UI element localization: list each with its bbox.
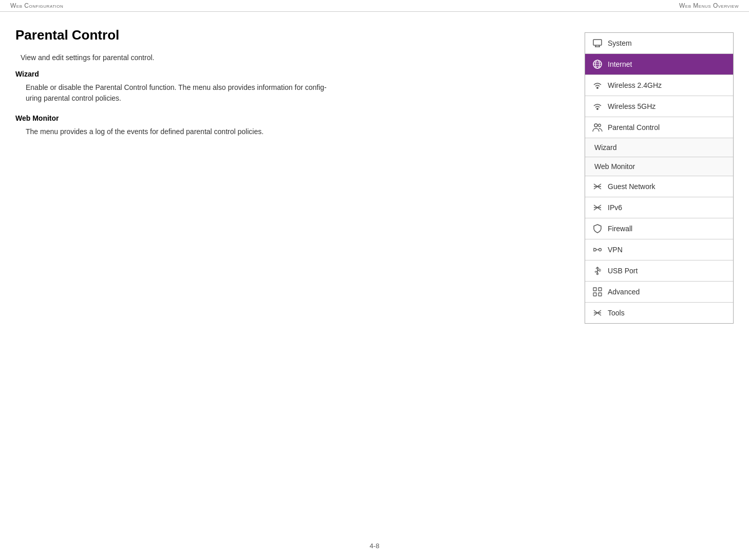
sidebar-item-parental[interactable]: Parental Control (585, 117, 733, 138)
svg-point-10 (596, 108, 598, 110)
svg-point-9 (596, 87, 598, 89)
shield-icon (592, 223, 603, 234)
advanced-icon (592, 287, 603, 297)
page-footer: 4-8 (370, 542, 380, 550)
left-content: Parental Control View and edit settings … (15, 27, 564, 324)
page-number: 4-8 (370, 542, 380, 550)
sidebar-item-wizard-label: Wizard (594, 143, 617, 152)
sidebar-item-webmonitor[interactable]: Web Monitor (585, 157, 733, 176)
sidebar-item-internet-label: Internet (608, 60, 632, 68)
svg-rect-32 (593, 293, 596, 296)
svg-line-22 (593, 248, 595, 249)
tools-icon (592, 308, 603, 318)
sidebar-item-tools[interactable]: Tools (585, 303, 733, 323)
sidebar-item-wizard[interactable]: Wizard (585, 138, 733, 157)
header-right: Web Menus Overview (679, 2, 739, 9)
sidebar-item-tools-label: Tools (608, 309, 625, 317)
svg-rect-31 (598, 288, 602, 291)
sidebar-item-wireless5[interactable]: Wireless 5GHz (585, 96, 733, 117)
sidebar-item-wireless24-label: Wireless 2.4GHz (608, 81, 662, 89)
sidebar-item-ipv6[interactable]: IPv6 (585, 197, 733, 218)
sidebar-item-wireless5-label: Wireless 5GHz (608, 102, 656, 110)
right-sidebar: System Internet (585, 32, 734, 324)
wireless5-icon (592, 101, 603, 111)
svg-rect-30 (593, 288, 596, 291)
sidebar-item-vpn-label: VPN (608, 246, 623, 254)
svg-point-11 (594, 124, 597, 127)
intro-text: View and edit settings for parental cont… (21, 53, 554, 62)
svg-point-28 (595, 271, 596, 273)
sidebar-item-firewall[interactable]: Firewall (585, 218, 733, 239)
svg-point-19 (594, 249, 596, 251)
sidebar-item-vpn[interactable]: VPN (585, 239, 733, 260)
svg-line-23 (593, 251, 595, 252)
nav-menu: System Internet (585, 32, 734, 324)
section-text-wizard: Enable or disable the Parental Control f… (26, 82, 554, 104)
vpn-icon (592, 245, 603, 255)
svg-rect-0 (593, 40, 602, 45)
section-text-webmonitor: The menu provides a log of the events fo… (26, 126, 554, 137)
sidebar-item-system-label: System (608, 39, 632, 47)
header-left: Web Configuration (10, 2, 63, 9)
sidebar-item-webmonitor-label: Web Monitor (594, 162, 635, 171)
sidebar-item-firewall-label: Firewall (608, 225, 632, 233)
sidebar-item-advanced[interactable]: Advanced (585, 282, 733, 303)
section-heading-webmonitor: Web Monitor (15, 114, 554, 122)
page-header: Web Configuration Web Menus Overview (0, 0, 749, 12)
main-content: Parental Control View and edit settings … (0, 12, 749, 339)
sidebar-item-guestnetwork-label: Guest Network (608, 182, 656, 191)
page-title: Parental Control (15, 27, 554, 43)
sidebar-item-usbport[interactable]: USB Port (585, 260, 733, 282)
guestnetwork-icon (592, 181, 603, 192)
section-heading-wizard: Wizard (15, 70, 554, 78)
sidebar-item-internet[interactable]: Internet (585, 54, 733, 75)
wireless24-icon (592, 80, 603, 90)
svg-point-12 (598, 124, 601, 127)
sidebar-item-parental-label: Parental Control (608, 123, 660, 132)
monitor-icon (592, 38, 603, 48)
sidebar-item-wireless24[interactable]: Wireless 2.4GHz (585, 75, 733, 96)
sidebar-item-ipv6-label: IPv6 (608, 203, 622, 212)
globe-icon (592, 59, 603, 69)
sidebar-item-usbport-label: USB Port (608, 267, 638, 275)
svg-point-20 (599, 249, 602, 251)
sidebar-item-guestnetwork[interactable]: Guest Network (585, 176, 733, 197)
ipv6-icon (592, 202, 603, 213)
svg-rect-26 (599, 269, 601, 271)
usb-icon (592, 266, 603, 276)
svg-point-29 (597, 273, 598, 275)
svg-rect-33 (598, 293, 602, 296)
sidebar-item-advanced-label: Advanced (608, 288, 640, 296)
people-icon (592, 122, 603, 133)
sidebar-item-system[interactable]: System (585, 33, 733, 54)
